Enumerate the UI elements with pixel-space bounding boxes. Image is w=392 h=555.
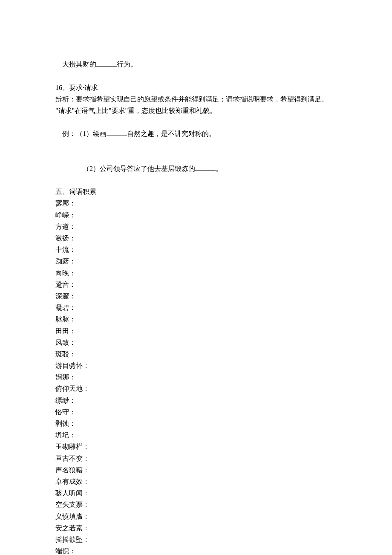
fill-blank[interactable]: [195, 164, 216, 171]
vocab-item: 斑驳：: [55, 348, 337, 360]
vocab-item: 摇摇欲坠：: [55, 534, 337, 545]
vocab-item: 骇人听闻：: [55, 487, 337, 499]
fill-blank[interactable]: [107, 129, 127, 136]
vocab-item: 玉砌雕栏：: [55, 441, 337, 452]
vocab-item: 坍圮：: [55, 429, 337, 441]
vocab-item: 向晚：: [55, 267, 337, 279]
vocab-item: 凝碧：: [55, 302, 337, 313]
vocab-item: 卓有成效：: [55, 476, 337, 487]
paragraph-line: 大捞其财的行为。: [55, 47, 337, 82]
text-fragment: 行为。: [117, 61, 137, 68]
text-fragment: （2）公司领导答应了他去基层锻炼的: [83, 165, 195, 172]
vocab-item: 寥廓：: [55, 197, 337, 209]
fill-blank[interactable]: [96, 59, 117, 66]
vocab-item: 剥蚀：: [55, 418, 337, 429]
vocab-item: 游目骋怀：: [55, 360, 337, 371]
vocab-item: 深邃：: [55, 290, 337, 302]
text-fragment: 大捞其财的: [62, 61, 96, 68]
vocab-item: 亘古不变：: [55, 453, 337, 464]
vocab-item: 方遒：: [55, 221, 337, 232]
vocab-item: 义愤填膺：: [55, 511, 337, 522]
vocab-list: 寥廓：峥嵘：方遒：激扬：中流：踟躇：向晚：跫音：深邃：凝碧：脉脉：田田：风致：斑…: [55, 197, 337, 555]
vocab-item: 跫音：: [55, 279, 337, 290]
vocab-item: 中流：: [55, 244, 337, 255]
vocab-item: 安之若素：: [55, 522, 337, 534]
example-line: 例：（1）绘画自然之趣，是不讲究对称的。: [55, 116, 337, 151]
vocab-item: 踟躇：: [55, 255, 337, 267]
vocab-item: 脉脉：: [55, 313, 337, 325]
vocab-item: 风致：: [55, 337, 337, 348]
vocab-item: 峥嵘：: [55, 209, 337, 221]
section-heading: 五、词语积累: [55, 186, 337, 197]
vocab-item: 婀娜：: [55, 371, 337, 383]
example-line: （2）公司领导答应了他去基层锻炼的。: [55, 151, 337, 186]
vocab-item: 田田：: [55, 325, 337, 337]
item-heading: 16、要求·请求: [55, 82, 337, 93]
paragraph-line: 辨析：要求指希望实现自己的愿望或条件并能得到满足；请求指说明要求，希望得到满足。: [55, 93, 337, 105]
vocab-item: 缥缈：: [55, 395, 337, 406]
vocab-item: 端倪：: [55, 545, 337, 555]
vocab-item: 俯仰天地：: [55, 383, 337, 394]
vocab-item: 恪守：: [55, 406, 337, 418]
text-fragment: 自然之趣，是不讲究对称的。: [127, 130, 216, 137]
vocab-item: 空头支票：: [55, 499, 337, 510]
text-fragment: 。: [216, 165, 222, 172]
document-page: 大捞其财的行为。 16、要求·请求 辨析：要求指希望实现自己的愿望或条件并能得到…: [0, 0, 392, 555]
paragraph-line: "请求"在语气上比"要求"重，态度也比较郑重和礼貌。: [55, 105, 337, 116]
vocab-item: 激扬：: [55, 232, 337, 244]
text-fragment: 例：（1）绘画: [62, 130, 107, 137]
vocab-item: 声名狼藉：: [55, 464, 337, 476]
